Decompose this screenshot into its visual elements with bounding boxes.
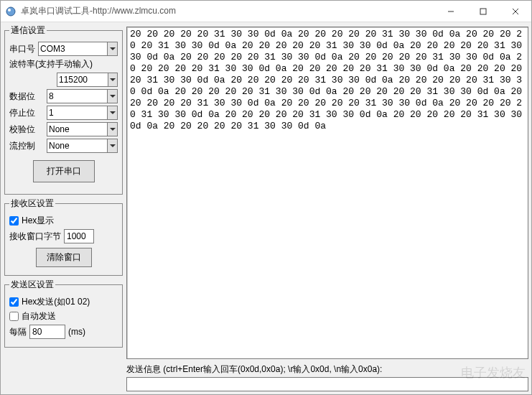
maximize-button[interactable] [467,1,499,22]
comm-legend: 通信设置 [9,24,47,37]
window-title: 卓岚串口调试工具-http://www.zlmcu.com [21,5,434,17]
app-window: 卓岚串口调试工具-http://www.zlmcu.com 通信设置 串口号 [0,0,532,395]
flow-label: 流控制 [9,140,44,152]
databits-input[interactable] [47,90,107,103]
clear-window-button[interactable]: 清除窗口 [36,248,92,267]
parity-input[interactable] [47,123,107,136]
hex-send-label: Hex发送(如01 02) [22,296,90,308]
hex-send-checkbox[interactable] [9,297,19,307]
port-label: 串口号 [9,43,35,55]
send-legend: 发送区设置 [9,279,55,291]
svg-rect-3 [480,9,486,14]
svg-marker-9 [110,111,116,114]
svg-marker-8 [110,95,116,98]
port-combo[interactable] [38,42,118,56]
auto-send-label: 自动发送 [22,310,56,322]
auto-send-checkbox[interactable] [9,312,19,321]
send-info-label: 发送信息 (ctrl+Enter输入回车(0x0d,0x0a); \r输入0x0… [126,363,528,376]
window-controls [434,1,531,22]
chevron-down-icon[interactable] [107,139,117,152]
svg-marker-10 [110,128,116,131]
comm-settings-group: 通信设置 串口号 波特率(支持手动输入) [4,24,123,195]
send-section: 发送信息 (ctrl+Enter输入回车(0x0d,0x0a); \r输入0x0… [126,363,528,391]
recv-settings-group: 接收区设置 Hex显示 接收窗口字节 清除窗口 [4,198,123,276]
chevron-down-icon[interactable] [108,73,117,86]
send-input[interactable] [126,377,528,391]
flow-combo[interactable] [47,139,118,153]
hex-display-label: Hex显示 [22,215,54,227]
svg-marker-11 [110,144,116,147]
close-button[interactable] [499,1,531,22]
titlebar: 卓岚串口调试工具-http://www.zlmcu.com [1,1,531,22]
parity-combo[interactable] [47,122,118,136]
window-bytes-input[interactable] [64,229,94,243]
open-port-button[interactable]: 打开串口 [33,160,95,182]
window-bytes-label: 接收窗口字节 [9,231,61,243]
chevron-down-icon[interactable] [107,90,117,103]
svg-marker-6 [110,47,116,50]
recv-legend: 接收区设置 [9,198,55,210]
interval-input[interactable] [29,325,65,339]
send-settings-group: 发送区设置 Hex发送(如01 02) 自动发送 每隔 (ms) [4,279,123,348]
main-panel: 20 20 20 20 20 31 30 30 0d 0a 20 20 20 2… [126,22,531,394]
content-area: 通信设置 串口号 波特率(支持手动输入) [1,22,531,394]
flow-input[interactable] [47,139,107,152]
receive-textarea[interactable]: 20 20 20 20 20 31 30 30 0d 0a 20 20 20 2… [126,27,528,359]
stopbits-combo[interactable] [47,106,118,120]
minimize-button[interactable] [434,1,467,22]
stopbits-input[interactable] [47,106,107,119]
chevron-down-icon[interactable] [107,123,117,136]
interval-unit: (ms) [68,327,85,337]
databits-combo[interactable] [47,89,118,103]
port-input[interactable] [39,42,107,55]
interval-label: 每隔 [9,326,27,338]
databits-label: 数据位 [9,90,44,103]
sidebar: 通信设置 串口号 波特率(支持手动输入) [1,22,126,394]
baud-input[interactable] [57,73,108,86]
baud-combo[interactable] [57,73,118,87]
stopbits-label: 停止位 [9,107,44,119]
hex-display-checkbox[interactable] [9,216,19,226]
svg-marker-7 [110,78,116,81]
chevron-down-icon[interactable] [107,42,117,55]
app-icon [5,6,17,17]
svg-point-1 [8,9,11,11]
parity-label: 校验位 [9,124,44,136]
chevron-down-icon[interactable] [107,106,117,119]
baud-label: 波特率(支持手动输入) [9,58,93,70]
svg-point-0 [6,7,15,16]
